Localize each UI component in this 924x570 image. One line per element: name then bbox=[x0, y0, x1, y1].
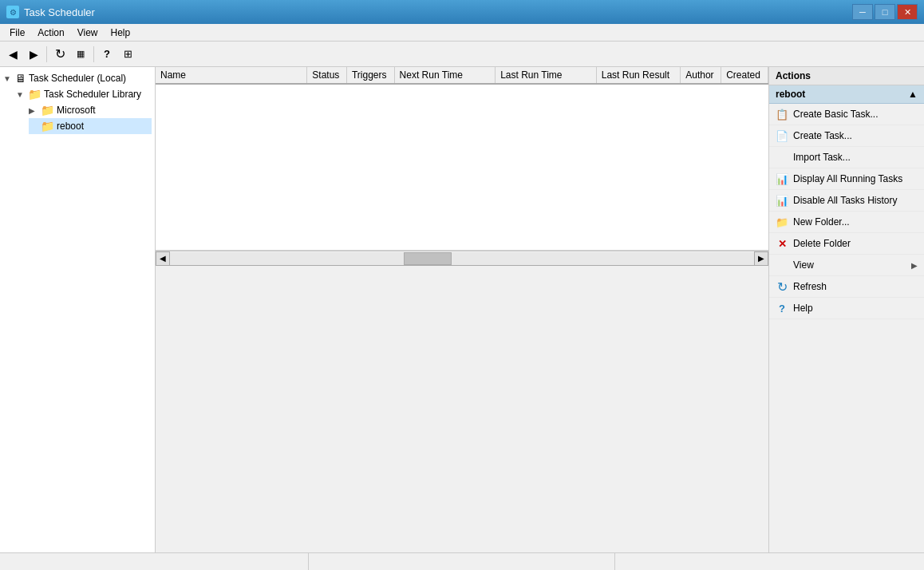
tree-label-microsoft: Microsoft bbox=[57, 105, 96, 116]
table-header-row: Name Status Triggers Next Run Time Last … bbox=[156, 67, 768, 84]
col-last-result[interactable]: Last Run Result bbox=[596, 67, 680, 84]
import-task-icon bbox=[776, 151, 788, 164]
disable-all-tasks-history-icon: 📊 bbox=[776, 194, 788, 207]
toolbar-separator-2 bbox=[93, 46, 94, 62]
menu-file[interactable]: File bbox=[3, 26, 31, 40]
scroll-thumb[interactable] bbox=[404, 252, 452, 265]
detail-panel bbox=[156, 265, 768, 552]
computer-icon: 🖥 bbox=[15, 72, 26, 85]
action-create-task[interactable]: 📄 Create Task... bbox=[769, 125, 924, 147]
tree-item-task-scheduler-local[interactable]: ▼ 🖥 Task Scheduler (Local) bbox=[3, 70, 152, 86]
actions-panel: Actions reboot ▲ 📋 Create Basic Task... … bbox=[768, 67, 924, 552]
help-button[interactable]: ? bbox=[97, 45, 116, 64]
task-table: Name Status Triggers Next Run Time Last … bbox=[156, 67, 768, 85]
window-controls: ─ □ ✕ bbox=[852, 4, 918, 20]
forward-button[interactable]: ▶ bbox=[24, 45, 43, 64]
help-icon: ? bbox=[776, 302, 788, 315]
task-table-area[interactable]: Name Status Triggers Next Run Time Last … bbox=[156, 67, 768, 251]
status-section-3 bbox=[616, 553, 921, 570]
maximize-button[interactable]: □ bbox=[875, 4, 895, 20]
action-view[interactable]: View ▶ bbox=[769, 255, 924, 276]
col-next-run[interactable]: Next Run Time bbox=[394, 67, 496, 84]
action-view-label: View bbox=[793, 259, 814, 271]
tree-item-microsoft[interactable]: ▶ 📁 Microsoft bbox=[29, 102, 152, 118]
scroll-left-button[interactable]: ◀ bbox=[156, 251, 170, 266]
app-icon: ⚙ bbox=[6, 6, 19, 18]
folder-library-icon: 📁 bbox=[28, 88, 41, 101]
expand-icon: ▼ bbox=[3, 74, 13, 83]
tree-label-library: Task Scheduler Library bbox=[44, 89, 141, 100]
status-bar bbox=[0, 552, 924, 570]
menu-action[interactable]: Action bbox=[31, 26, 70, 40]
action-view-left: View bbox=[776, 259, 814, 271]
col-last-run[interactable]: Last Run Time bbox=[496, 67, 597, 84]
action-delete-folder[interactable]: ✕ Delete Folder bbox=[769, 233, 924, 255]
tree-children-root: ▼ 📁 Task Scheduler Library ▶ 📁 Microsoft… bbox=[3, 86, 152, 134]
back-button[interactable]: ◀ bbox=[3, 45, 22, 64]
toolbar-separator-1 bbox=[46, 46, 47, 62]
close-button[interactable]: ✕ bbox=[897, 4, 918, 20]
action-create-task-label: Create Task... bbox=[793, 130, 852, 141]
actions-panel-title: Actions bbox=[769, 67, 924, 85]
minimize-button[interactable]: ─ bbox=[852, 4, 873, 20]
menu-view[interactable]: View bbox=[71, 26, 105, 40]
create-basic-task-icon: 📋 bbox=[776, 108, 788, 121]
menu-bar: File Action View Help bbox=[0, 24, 924, 42]
action-import-task-label: Import Task... bbox=[793, 152, 851, 163]
title-bar-left: ⚙ Task Scheduler bbox=[6, 6, 95, 18]
refresh-icon: ↻ bbox=[776, 280, 788, 293]
action-create-basic-task[interactable]: 📋 Create Basic Task... bbox=[769, 104, 924, 125]
action-delete-folder-label: Delete Folder bbox=[793, 238, 851, 249]
view-submenu-arrow: ▶ bbox=[911, 261, 918, 270]
tree-label-reboot: reboot bbox=[57, 121, 84, 132]
action-display-all-running[interactable]: 📊 Display All Running Tasks bbox=[769, 168, 924, 190]
delete-folder-icon: ✕ bbox=[776, 237, 788, 250]
center-panel: Name Status Triggers Next Run Time Last … bbox=[156, 67, 768, 552]
window-title: Task Scheduler bbox=[24, 6, 95, 18]
horizontal-scrollbar[interactable]: ◀ ▶ bbox=[156, 251, 768, 265]
action-create-basic-task-label: Create Basic Task... bbox=[793, 109, 879, 120]
col-author[interactable]: Author bbox=[681, 67, 721, 84]
toggle-view-button[interactable]: ⊞ bbox=[118, 45, 137, 64]
menu-help[interactable]: Help bbox=[105, 26, 137, 40]
title-bar: ⚙ Task Scheduler ─ □ ✕ bbox=[0, 0, 924, 24]
action-display-all-running-label: Display All Running Tasks bbox=[793, 173, 902, 184]
display-all-running-icon: 📊 bbox=[776, 172, 788, 185]
action-new-folder[interactable]: 📁 New Folder... bbox=[769, 212, 924, 233]
action-disable-all-tasks-history[interactable]: 📊 Disable All Tasks History bbox=[769, 190, 924, 212]
view-icon bbox=[776, 259, 788, 271]
actions-section-header[interactable]: reboot ▲ bbox=[769, 85, 924, 104]
tree-label-local: Task Scheduler (Local) bbox=[29, 73, 126, 84]
folder-reboot-icon: 📁 bbox=[41, 120, 54, 133]
create-task-icon: 📄 bbox=[776, 129, 788, 142]
action-refresh-label: Refresh bbox=[793, 281, 827, 292]
action-help[interactable]: ? Help bbox=[769, 298, 924, 319]
action-help-label: Help bbox=[793, 303, 813, 314]
action-import-task[interactable]: Import Task... bbox=[769, 147, 924, 168]
status-section-1 bbox=[3, 553, 309, 570]
folder-microsoft-icon: 📁 bbox=[41, 104, 54, 117]
actions-section-label: reboot bbox=[776, 89, 805, 100]
col-triggers[interactable]: Triggers bbox=[346, 67, 394, 84]
tree-panel[interactable]: ▼ 🖥 Task Scheduler (Local) ▼ 📁 Task Sche… bbox=[0, 67, 156, 552]
scroll-track[interactable] bbox=[170, 252, 754, 265]
refresh-button[interactable]: ↻ bbox=[50, 45, 69, 64]
expand-microsoft-icon: ▶ bbox=[29, 106, 38, 115]
new-folder-icon: 📁 bbox=[776, 216, 788, 228]
actions-section-collapse-icon: ▲ bbox=[908, 89, 918, 100]
col-name[interactable]: Name bbox=[156, 67, 307, 84]
expand-library-icon: ▼ bbox=[16, 90, 26, 99]
toolbar: ◀ ▶ ↻ ▦ ? ⊞ bbox=[0, 42, 924, 67]
action-disable-all-tasks-history-label: Disable All Tasks History bbox=[793, 195, 898, 206]
main-container: ▼ 🖥 Task Scheduler (Local) ▼ 📁 Task Sche… bbox=[0, 67, 924, 552]
scroll-right-button[interactable]: ▶ bbox=[754, 251, 768, 266]
tree-children-library: ▶ 📁 Microsoft ▶ 📁 reboot bbox=[16, 102, 152, 134]
action-new-folder-label: New Folder... bbox=[793, 216, 850, 228]
col-status[interactable]: Status bbox=[307, 67, 347, 84]
action-refresh[interactable]: ↻ Refresh bbox=[769, 276, 924, 298]
col-created[interactable]: Created bbox=[721, 67, 768, 84]
status-section-2 bbox=[310, 553, 615, 570]
show-hide-console-button[interactable]: ▦ bbox=[71, 45, 90, 64]
tree-item-library[interactable]: ▼ 📁 Task Scheduler Library bbox=[16, 86, 152, 102]
tree-item-reboot[interactable]: ▶ 📁 reboot bbox=[29, 118, 152, 134]
